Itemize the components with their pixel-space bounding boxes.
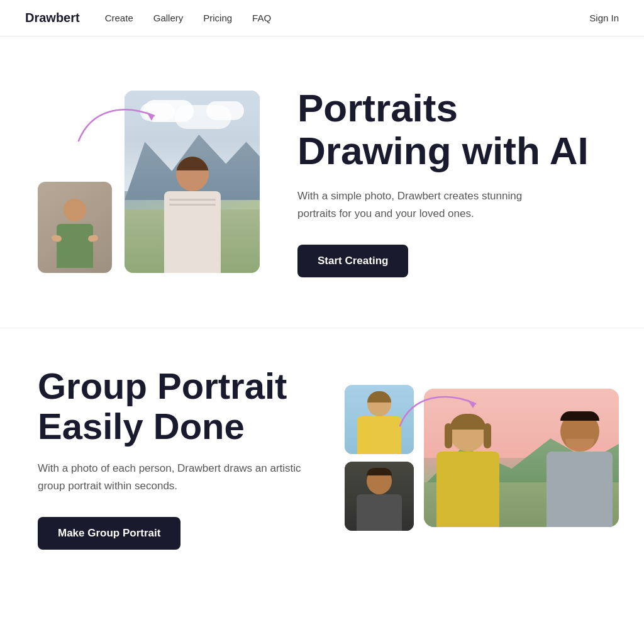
hero-title: Portraits Drawing with AI	[297, 87, 619, 172]
group-arrow-decoration	[394, 388, 482, 441]
signin-link[interactable]: Sign In	[589, 13, 619, 23]
group-title: Group Portrait Easily Done	[38, 366, 307, 447]
group-text: Group Portrait Easily Done With a photo …	[38, 366, 307, 550]
hero-images	[38, 91, 260, 273]
hero-section: Portraits Drawing with AI With a simple …	[0, 36, 644, 328]
nav-faq[interactable]: FAQ	[252, 13, 271, 23]
nav-gallery[interactable]: Gallery	[153, 13, 184, 23]
start-creating-button[interactable]: Start Creating	[297, 245, 408, 277]
nav-links: Create Gallery Pricing FAQ	[105, 13, 590, 23]
arrow-decoration	[72, 97, 167, 156]
nav-pricing[interactable]: Pricing	[203, 13, 232, 23]
logo[interactable]: Drawbert	[25, 11, 80, 25]
group-input-photo-2	[345, 462, 414, 531]
nav-create[interactable]: Create	[105, 13, 133, 23]
hero-subtitle: With a simple photo, Drawbert creates st…	[297, 187, 549, 221]
svg-marker-0	[147, 112, 154, 121]
group-section: Group Portrait Easily Done With a photo …	[0, 328, 644, 587]
group-images	[345, 385, 619, 531]
make-group-portrait-button[interactable]: Make Group Portrait	[38, 517, 180, 550]
svg-marker-1	[467, 399, 475, 408]
hero-photo-input	[38, 182, 112, 273]
hero-text: Portraits Drawing with AI With a simple …	[297, 87, 619, 277]
navbar: Drawbert Create Gallery Pricing FAQ Sign…	[0, 0, 644, 36]
group-subtitle: With a photo of each person, Drawbert dr…	[38, 460, 307, 494]
